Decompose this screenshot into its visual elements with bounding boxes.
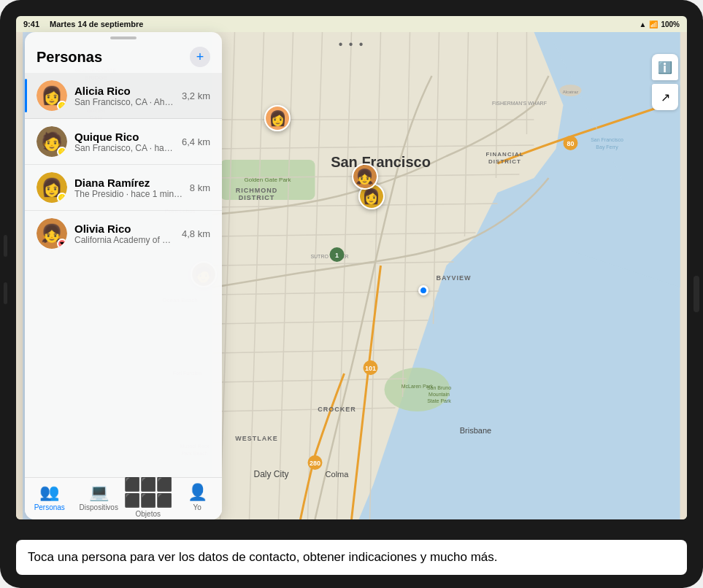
- personas-icon: 👥: [39, 483, 59, 502]
- svg-text:Brisbane: Brisbane: [460, 426, 491, 435]
- avatar-quique: 🧑 ⭐: [37, 126, 67, 157]
- svg-text:RICHMOND: RICHMOND: [236, 187, 278, 194]
- svg-text:101: 101: [365, 365, 376, 372]
- objetos-icon: ⬛⬛⬛⬛⬛⬛: [124, 476, 172, 508]
- selection-indicator: [25, 79, 27, 112]
- svg-text:80: 80: [566, 140, 574, 147]
- person-name: Diana Ramírez: [74, 177, 184, 189]
- svg-text:BAYVIEW: BAYVIEW: [436, 274, 471, 282]
- svg-text:WESTLAKE: WESTLAKE: [235, 435, 278, 442]
- volume-button[interactable]: [4, 235, 7, 257]
- person-info-quique: Quique Rico San Francisco, CA · hace 2 m…: [74, 131, 176, 153]
- person-location: California Academy of Sciences · Ahora: [74, 235, 176, 245]
- svg-text:DISTRICT: DISTRICT: [239, 194, 275, 201]
- status-bar: 9:41 Martes 14 de septiembre ▲ 📶 100%: [16, 16, 687, 32]
- person-name: Olivia Rico: [74, 223, 176, 235]
- ipad-frame: 9:41 Martes 14 de septiembre ▲ 📶 100%: [0, 0, 703, 588]
- svg-text:280: 280: [310, 460, 320, 467]
- person-location: The Presidio · hace 1 minutos: [74, 189, 184, 199]
- add-person-button[interactable]: +: [190, 47, 210, 67]
- svg-text:San Francisco: San Francisco: [591, 137, 623, 142]
- avatar-alicia: 👩 ⭐: [37, 80, 67, 111]
- tab-personas[interactable]: 👥 Personas: [25, 483, 74, 511]
- svg-text:FINANCIAL: FINANCIAL: [485, 151, 523, 158]
- person-location: San Francisco, CA · hace 2 minutos: [74, 143, 176, 153]
- person-name: Quique Rico: [74, 131, 176, 143]
- status-bar-left: 9:41 Martes 14 de septiembre: [23, 20, 143, 28]
- person-info-olivia: Olivia Rico California Academy of Scienc…: [74, 223, 176, 245]
- person-item-quique[interactable]: 🧑 ⭐ Quique Rico San Francisco, CA · hace…: [25, 119, 222, 165]
- tab-objetos-label: Objetos: [136, 510, 161, 518]
- person-item-diana[interactable]: 👩 ⭐ Diana Ramírez The Presidio · hace 1 …: [25, 165, 222, 211]
- map-pin-olivia[interactable]: 👧: [352, 163, 378, 190]
- battery: 100%: [661, 20, 680, 28]
- tab-dispositivos-label: Dispositivos: [80, 503, 118, 511]
- person-info-alicia: Alicia Rico San Francisco, CA · Ahora: [74, 85, 176, 107]
- tab-bar: 👥 Personas 💻 Dispositivos ⬛⬛⬛⬛⬛⬛ Objetos…: [25, 477, 222, 519]
- avatar-badge: ⭐: [57, 147, 67, 157]
- sidebar-title: Personas: [37, 49, 102, 66]
- info-button[interactable]: ℹ️: [652, 54, 678, 80]
- person-distance: 3,2 km: [182, 90, 210, 101]
- svg-text:1: 1: [335, 252, 339, 259]
- caption-text: Toca una persona para ver los datos de c…: [28, 549, 675, 566]
- person-distance: 8 km: [190, 182, 210, 193]
- svg-text:State Park: State Park: [427, 398, 451, 403]
- sidebar-header: Personas +: [25, 39, 222, 73]
- map-pin-alicia[interactable]: 👩: [264, 105, 291, 131]
- time: 9:41: [23, 20, 39, 28]
- status-bar-right: ▲ 📶 100%: [639, 20, 680, 28]
- svg-text:McLaren Park: McLaren Park: [402, 384, 434, 389]
- person-item-olivia[interactable]: 👧 ❤ Olivia Rico California Academy of Sc…: [25, 211, 222, 256]
- wifi-icon: 📶: [649, 20, 658, 28]
- yo-icon: 👤: [188, 483, 207, 502]
- location-button[interactable]: ↗: [652, 84, 678, 110]
- svg-text:DISTRICT: DISTRICT: [488, 158, 521, 165]
- tab-objetos[interactable]: ⬛⬛⬛⬛⬛⬛ Objetos: [123, 476, 173, 518]
- people-list: 👩 ⭐ Alicia Rico San Francisco, CA · Ahor…: [25, 73, 222, 477]
- person-location: San Francisco, CA · Ahora: [74, 97, 176, 107]
- dispositivos-icon: 💻: [89, 483, 109, 502]
- more-options[interactable]: • • •: [339, 38, 365, 51]
- svg-text:FISHERMAN'S WHARF: FISHERMAN'S WHARF: [492, 101, 547, 106]
- person-distance: 6,4 km: [182, 136, 210, 147]
- svg-text:Daly City: Daly City: [253, 469, 288, 479]
- svg-text:Mountain: Mountain: [429, 392, 450, 397]
- volume-button-2[interactable]: [4, 282, 7, 304]
- tab-yo[interactable]: 👤 Yo: [173, 483, 223, 511]
- person-distance: 4,8 km: [182, 228, 210, 239]
- avatar-badge: ⭐: [57, 101, 67, 111]
- date: Martes 14 de septiembre: [50, 20, 143, 28]
- person-info-diana: Diana Ramírez The Presidio · hace 1 minu…: [74, 177, 184, 199]
- person-name: Alicia Rico: [74, 85, 176, 97]
- svg-text:Alcatraz: Alcatraz: [563, 90, 579, 94]
- signal-icon: ▲: [639, 20, 647, 28]
- sidebar: Personas + 👩 ⭐ Alicia Rico San Fran: [25, 32, 222, 519]
- home-button[interactable]: [694, 276, 699, 312]
- caption-area: Toca una persona para ver los datos de c…: [16, 540, 687, 575]
- person-item-alicia[interactable]: 👩 ⭐ Alicia Rico San Francisco, CA · Ahor…: [25, 73, 222, 119]
- svg-text:Colma: Colma: [326, 470, 350, 479]
- map-buttons: ℹ️ ↗: [652, 54, 678, 110]
- svg-text:Golden Gate Park: Golden Gate Park: [244, 177, 291, 183]
- avatar-badge: ❤: [57, 239, 67, 249]
- tab-dispositivos[interactable]: 💻 Dispositivos: [74, 483, 124, 511]
- avatar-olivia: 👧 ❤: [37, 218, 67, 249]
- tab-yo-label: Yo: [193, 503, 201, 511]
- svg-text:CROCKER: CROCKER: [318, 406, 356, 413]
- svg-text:Bay Ferry: Bay Ferry: [596, 144, 618, 150]
- screen: 9:41 Martes 14 de septiembre ▲ 📶 100%: [16, 16, 687, 519]
- svg-text:San Francisco: San Francisco: [331, 154, 431, 170]
- avatar-badge: ⭐: [57, 193, 67, 203]
- tab-personas-label: Personas: [34, 503, 65, 511]
- avatar-diana: 👩 ⭐: [37, 172, 67, 203]
